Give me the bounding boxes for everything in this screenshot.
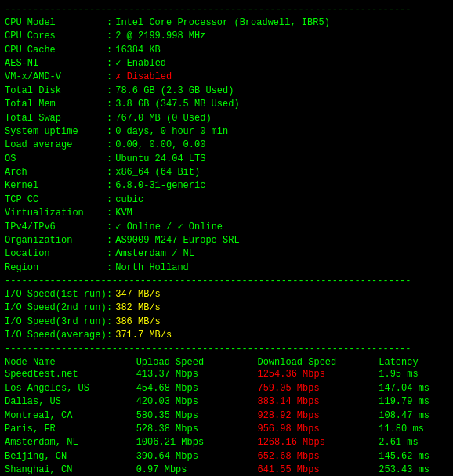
io-run2-row: I/O Speed(2nd run) : 382 MB/s [5, 301, 448, 315]
aes-ni-row: AES-NI : ✓ Enabled [5, 57, 448, 70]
cpu-model-value: Intel Core Processor (Broadwell, IBR5) [115, 16, 330, 30]
location-value: Amsterdam / NL [115, 247, 194, 261]
virt-row: Virtualization : KVM [5, 207, 448, 220]
io-avg-label: I/O Speed(average) [5, 329, 107, 342]
download-speed: 1254.36 Mbps [257, 368, 379, 381]
cpu-cores-row: CPU Cores : 2 @ 2199.998 MHz [5, 30, 448, 43]
cpu-cache-label: CPU Cache [5, 44, 107, 57]
org-row: Organization : AS9009 M247 Europe SRL [5, 234, 448, 247]
total-swap-value: 767.0 MB (0 Used) [115, 112, 211, 125]
divider-speed: ----------------------------------------… [5, 343, 448, 356]
virt-label: Virtualization [5, 207, 107, 220]
io-run3-label: I/O Speed(3rd run) [5, 316, 107, 329]
node-name: Beijing, CN [5, 450, 136, 463]
uptime-row: System uptime : 0 days, 0 hour 0 min [5, 125, 448, 139]
total-mem-label: Total Mem [5, 98, 107, 111]
total-mem-value: 3.8 GB (347.5 MB Used) [115, 98, 239, 111]
divider-io: ----------------------------------------… [5, 275, 448, 288]
col-upload-header: Upload Speed [136, 357, 258, 368]
cpu-cache-value: 16384 KB [115, 44, 161, 57]
table-row: Los Angeles, US454.68 Mbps759.05 Mbps147… [5, 382, 448, 395]
io-run3-value: 386 MB/s [115, 316, 161, 329]
col-latency-header: Latency [379, 357, 448, 368]
kernel-value: 6.8.0-31-generic [115, 179, 205, 193]
download-speed: 956.98 Mbps [257, 423, 379, 436]
virt-value: KVM [115, 207, 132, 220]
os-label: OS [5, 153, 107, 166]
ipv-value: ✓ Online / ✓ Online [115, 221, 223, 234]
io-avg-row: I/O Speed(average) : 371.7 MB/s [5, 329, 448, 342]
region-value: North Holland [115, 261, 189, 275]
total-swap-row: Total Swap : 767.0 MB (0 Used) [5, 112, 448, 125]
latency: 2.61 ms [379, 436, 448, 449]
aes-ni-label: AES-NI [5, 57, 107, 70]
total-disk-value: 78.6 GB (2.3 GB Used) [115, 85, 234, 98]
upload-speed: 528.38 Mbps [136, 423, 258, 436]
total-disk-row: Total Disk : 78.6 GB (2.3 GB Used) [5, 85, 448, 98]
table-row: Paris, FR528.38 Mbps956.98 Mbps11.80 ms [5, 423, 448, 436]
node-name: Paris, FR [5, 423, 136, 436]
arch-value: x86_64 (64 Bit) [115, 166, 200, 179]
upload-speed: 390.64 Mbps [136, 450, 258, 463]
arch-label: Arch [5, 166, 107, 179]
latency: 108.47 ms [379, 409, 448, 423]
tcp-value: cubic [115, 193, 143, 207]
io-run2-label: I/O Speed(2nd run) [5, 301, 107, 315]
node-name: Speedtest.net [5, 368, 136, 381]
download-speed: 928.92 Mbps [257, 409, 379, 423]
latency: 1.95 ms [379, 368, 448, 381]
tcp-row: TCP CC : cubic [5, 193, 448, 207]
io-avg-value: 371.7 MB/s [115, 329, 172, 342]
load-value: 0.00, 0.00, 0.00 [115, 139, 205, 152]
download-speed: 641.55 Mbps [257, 463, 379, 476]
kernel-label: Kernel [5, 179, 107, 193]
uptime-label: System uptime [5, 125, 107, 139]
table-row: Speedtest.net413.37 Mbps1254.36 Mbps1.95… [5, 368, 448, 381]
org-label: Organization [5, 234, 107, 247]
col-node-header: Node Name [5, 357, 136, 368]
upload-speed: 454.68 Mbps [136, 382, 258, 395]
io-run1-label: I/O Speed(1st run) [5, 288, 107, 301]
location-label: Location [5, 247, 107, 261]
divider-top: ----------------------------------------… [5, 3, 448, 16]
cpu-model-label: CPU Model [5, 16, 107, 30]
arch-row: Arch : x86_64 (64 Bit) [5, 166, 448, 179]
latency: 119.79 ms [379, 395, 448, 409]
io-run2-value: 382 MB/s [115, 301, 161, 315]
download-speed: 652.68 Mbps [257, 450, 379, 463]
latency: 147.04 ms [379, 382, 448, 395]
latency: 253.43 ms [379, 463, 448, 476]
latency: 11.80 ms [379, 423, 448, 436]
node-name: Montreal, CA [5, 409, 136, 423]
upload-speed: 1006.21 Mbps [136, 436, 258, 449]
download-speed: 1268.16 Mbps [257, 436, 379, 449]
os-value: Ubuntu 24.04 LTS [115, 153, 205, 166]
speed-table: Node Name Upload Speed Download Speed La… [5, 357, 448, 476]
aes-ni-value: ✓ Enabled [115, 57, 166, 70]
node-name: Los Angeles, US [5, 382, 136, 395]
ipv-row: IPv4/IPv6 : ✓ Online / ✓ Online [5, 221, 448, 234]
vm-amd-row: VM-x/AMD-V : ✗ Disabled [5, 70, 448, 84]
cpu-cores-label: CPU Cores [5, 30, 107, 43]
cpu-cores-value: 2 @ 2199.998 MHz [115, 30, 205, 43]
io-run3-row: I/O Speed(3rd run) : 386 MB/s [5, 316, 448, 329]
vm-amd-value: ✗ Disabled [115, 70, 172, 84]
col-download-header: Download Speed [257, 357, 379, 368]
ipv-label: IPv4/IPv6 [5, 221, 107, 234]
download-speed: 883.14 Mbps [257, 395, 379, 409]
upload-speed: 413.37 Mbps [136, 368, 258, 381]
region-label: Region [5, 261, 107, 275]
location-row: Location : Amsterdam / NL [5, 247, 448, 261]
cpu-cache-row: CPU Cache : 16384 KB [5, 44, 448, 57]
table-row: Montreal, CA580.35 Mbps928.92 Mbps108.47… [5, 409, 448, 423]
table-row: Dallas, US420.03 Mbps883.14 Mbps119.79 m… [5, 395, 448, 409]
load-label: Load average [5, 139, 107, 152]
upload-speed: 580.35 Mbps [136, 409, 258, 423]
load-row: Load average : 0.00, 0.00, 0.00 [5, 139, 448, 152]
cpu-model-row: CPU Model : Intel Core Processor (Broadw… [5, 16, 448, 30]
speed-table-header: Node Name Upload Speed Download Speed La… [5, 357, 448, 368]
vm-amd-label: VM-x/AMD-V [5, 70, 107, 84]
table-row: Amsterdam, NL1006.21 Mbps1268.16 Mbps2.6… [5, 436, 448, 449]
node-name: Shanghai, CN [5, 463, 136, 476]
total-disk-label: Total Disk [5, 85, 107, 98]
